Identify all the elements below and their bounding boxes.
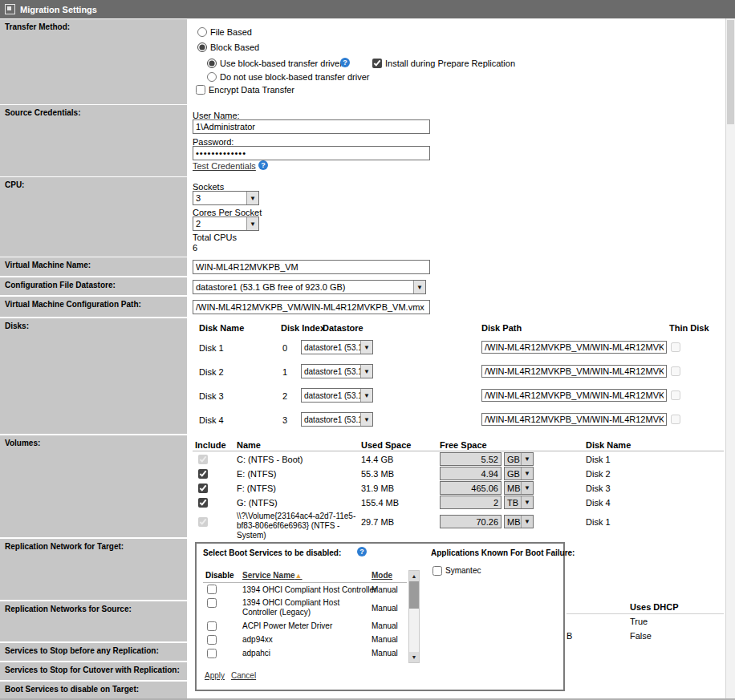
popup-header-disable: Disable	[205, 571, 234, 581]
chevron-down-icon: ▼	[521, 496, 533, 508]
encrypt-checkbox[interactable]	[196, 85, 205, 95]
disks-header-index: Disk Index	[281, 323, 325, 334]
volumes-header-disk: Disk Name	[586, 440, 631, 451]
test-credentials-link[interactable]: Test Credentials	[193, 161, 256, 172]
free-space-input[interactable]	[440, 452, 502, 466]
disk-index: 3	[282, 415, 287, 426]
symantec-checkbox[interactable]	[432, 566, 442, 576]
cores-value: 2	[193, 219, 246, 229]
popup-header-mode[interactable]: Mode	[372, 571, 392, 581]
row-label-vm-name: Virtual Machine Name:	[0, 257, 187, 276]
disk-datastore-value: datastore1 (53.1 GB	[302, 367, 360, 376]
free-space-unit-select[interactable]: GB ▼	[504, 467, 534, 480]
volume-used: 29.7 MB	[361, 517, 394, 528]
disk-path-input[interactable]	[481, 365, 667, 378]
row-label-disks: Disks:	[0, 318, 187, 434]
volume-name: G: (NTFS)	[237, 498, 278, 508]
disk-path-input[interactable]	[481, 341, 667, 354]
chevron-down-icon: ▼	[360, 365, 372, 378]
free-space-input[interactable]	[440, 467, 502, 480]
volume-disk: Disk 3	[586, 484, 611, 494]
volumes-header-name: Name	[237, 440, 261, 451]
disk-name: Disk 1	[199, 343, 224, 354]
unit-value: GB	[505, 455, 521, 464]
sort-asc-icon: ▲	[295, 572, 303, 580]
background-header-divider	[566, 613, 724, 614]
config-datastore-select[interactable]: datastore1 (53.1 GB free of 923.0 GB) ▼	[193, 280, 426, 294]
disk-datastore-select[interactable]: datastore1 (53.1 GB ▼	[301, 388, 373, 403]
include-checkbox[interactable]	[198, 498, 208, 508]
service-disable-checkbox[interactable]	[207, 598, 217, 608]
row-label-services-stop-cutover: Services to Stop for Cutover with Replic…	[0, 662, 187, 680]
disk-name: Disk 4	[199, 415, 224, 426]
service-disable-checkbox[interactable]	[207, 585, 217, 594]
install-prepare-checkbox[interactable]	[372, 59, 382, 68]
free-space-unit-select[interactable]: MB ▼	[504, 481, 534, 495]
vm-config-path-input[interactable]	[193, 300, 430, 314]
disk-path-input[interactable]	[481, 413, 667, 426]
include-checkbox[interactable]	[198, 469, 208, 479]
thin-disk-checkbox	[671, 390, 680, 400]
sockets-select[interactable]: 3 ▼	[193, 191, 259, 205]
service-name: 1394 OHCI Compliant Host Controller (Leg…	[242, 598, 369, 617]
chevron-down-icon: ▼	[413, 281, 425, 293]
scroll-up-icon[interactable]: ▲	[409, 571, 419, 581]
chevron-down-icon: ▼	[360, 341, 372, 354]
no-driver-radio[interactable]	[207, 72, 217, 82]
scrollbar-thumb[interactable]	[409, 581, 419, 609]
disk-datastore-select[interactable]: datastore1 (53.1 GB ▼	[301, 412, 373, 427]
popup-header-service-name[interactable]: Service Name▲	[242, 571, 303, 581]
free-space-input[interactable]	[440, 496, 502, 509]
free-space-unit-select[interactable]: TB ▼	[504, 496, 534, 509]
disk-datastore-select[interactable]: datastore1 (53.1 GB ▼	[301, 364, 373, 378]
username-input[interactable]	[193, 119, 430, 134]
free-space-input[interactable]	[440, 515, 502, 528]
vertical-scrollbar[interactable]	[725, 18, 735, 700]
service-disable-checkbox[interactable]	[207, 649, 217, 658]
vm-name-input[interactable]	[193, 260, 430, 274]
info-icon[interactable]: ?	[357, 547, 367, 556]
disk-datastore-select[interactable]: datastore1 (53.1 GB ▼	[301, 340, 373, 354]
apply-link[interactable]: Apply	[205, 671, 225, 681]
cancel-link[interactable]: Cancel	[231, 671, 256, 681]
row-label-cpu: CPU:	[0, 177, 187, 257]
free-space-input[interactable]	[440, 481, 502, 495]
disks-header-name: Disk Name	[199, 323, 244, 334]
row-label-transfer-method: Transfer Method:	[0, 19, 187, 104]
scrollbar-thumb[interactable]	[727, 20, 734, 124]
free-space-unit-select[interactable]: MB ▼	[504, 515, 534, 528]
info-icon[interactable]: ?	[340, 58, 350, 67]
popup-scrollbar[interactable]: ▲ ▼	[408, 570, 420, 663]
title-bar: Migration Settings	[0, 0, 735, 18]
service-disable-checkbox[interactable]	[207, 621, 217, 631]
volumes-header-divider	[193, 451, 724, 451]
dhcp-value-false: False	[630, 631, 652, 641]
volume-name: C: (NTFS - Boot)	[237, 455, 303, 465]
symantec-label: Symantec	[445, 566, 481, 576]
uses-dhcp-header: Uses DHCP	[630, 602, 679, 613]
disk-index: 2	[282, 391, 287, 402]
disk-path-input[interactable]	[481, 389, 667, 402]
chevron-down-icon: ▼	[521, 516, 533, 528]
scroll-down-icon[interactable]: ▼	[409, 652, 419, 662]
file-based-radio[interactable]	[197, 27, 207, 37]
password-input[interactable]	[193, 146, 430, 160]
cores-select[interactable]: 2 ▼	[193, 216, 259, 231]
volume-used: 155.4 MB	[361, 498, 399, 508]
unit-value: MB	[505, 484, 521, 493]
service-disable-checkbox[interactable]	[207, 635, 217, 645]
volume-disk: Disk 4	[586, 498, 611, 508]
disk-name: Disk 2	[199, 367, 224, 378]
use-driver-radio[interactable]	[207, 59, 217, 68]
unit-value: TB	[505, 498, 521, 508]
total-cpus-label: Total CPUs	[193, 233, 237, 243]
boot-services-popup: Select Boot Services to be disabled: ? A…	[195, 542, 565, 691]
free-space-unit-select[interactable]: GB ▼	[504, 452, 534, 466]
row-label-config-datastore: Configuration File Datastore:	[0, 277, 187, 295]
block-based-radio[interactable]	[197, 42, 207, 52]
unit-value: GB	[505, 469, 521, 479]
volume-disk: Disk 1	[586, 455, 611, 465]
info-icon[interactable]: ?	[258, 160, 268, 170]
include-checkbox[interactable]	[198, 484, 208, 493]
popup-title: Select Boot Services to be disabled:	[203, 548, 341, 558]
